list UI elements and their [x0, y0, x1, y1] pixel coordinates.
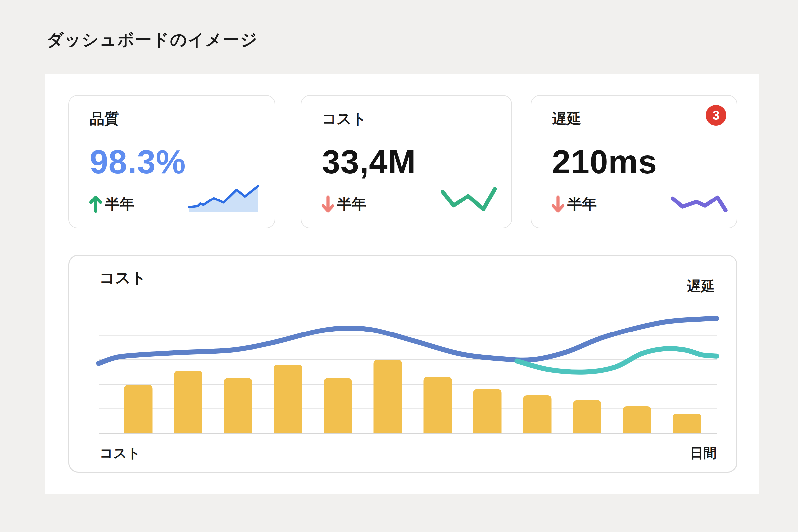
dashboard-screen: ダッシュボードのイメージ 品質 98.3% 半年 コスト 33,4M 半年 3 … — [0, 0, 798, 532]
chart-title: コスト — [99, 268, 146, 288]
kpi-trend-label: 半年 — [567, 194, 596, 214]
bar-9 — [573, 400, 602, 433]
alert-count-badge: 3 — [706, 105, 726, 126]
kpi-trend: 半年 — [551, 194, 596, 214]
kpi-value: 98.3% — [90, 145, 186, 178]
kpi-label: コスト — [322, 109, 367, 129]
kpi-value: 210ms — [552, 145, 657, 178]
bar-10 — [623, 406, 651, 433]
sparkline-chart — [673, 195, 726, 211]
bar-2 — [224, 378, 252, 433]
page-title: ダッシュボードのイメージ — [46, 28, 258, 51]
bar-4 — [324, 378, 352, 433]
down-arrow-icon — [551, 195, 565, 213]
line-series-1 — [517, 348, 717, 372]
line-series-0 — [99, 318, 717, 363]
bar-6 — [424, 377, 452, 433]
dashboard-panel: 品質 98.3% 半年 コスト 33,4M 半年 3 遅延 210ms 半年 — [45, 74, 759, 494]
down-arrow-icon — [321, 195, 335, 213]
kpi-trend-label: 半年 — [105, 194, 134, 214]
up-arrow-icon — [89, 195, 103, 213]
kpi-card-cost[interactable]: コスト 33,4M 半年 — [301, 95, 512, 228]
sparkline-chart — [189, 185, 258, 212]
kpi-label: 品質 — [90, 109, 119, 129]
kpi-card-latency[interactable]: 3 遅延 210ms 半年 — [531, 95, 738, 228]
kpi-card-quality[interactable]: 品質 98.3% 半年 — [69, 95, 275, 228]
kpi-trend: 半年 — [321, 194, 366, 214]
bar-8 — [524, 395, 552, 433]
x-axis-label-left: コスト — [100, 444, 141, 462]
kpi-trend: 半年 — [89, 194, 134, 214]
bar-5 — [374, 360, 402, 433]
chart-corner-label: 遅延 — [687, 277, 715, 296]
bar-1 — [174, 371, 203, 433]
sparkline-chart — [442, 188, 497, 213]
bar-0 — [125, 385, 153, 433]
kpi-label: 遅延 — [552, 109, 581, 129]
bar-11 — [673, 414, 701, 433]
bar-3 — [274, 365, 302, 433]
cost-bars — [125, 360, 701, 433]
kpi-trend-label: 半年 — [337, 194, 366, 214]
main-chart-card[interactable]: コスト 遅延 コスト 日間 — [69, 255, 738, 473]
kpi-value: 33,4M — [322, 145, 416, 178]
bar-7 — [474, 390, 502, 433]
combo-chart — [99, 310, 717, 434]
x-axis-label-right: 日間 — [690, 444, 717, 462]
